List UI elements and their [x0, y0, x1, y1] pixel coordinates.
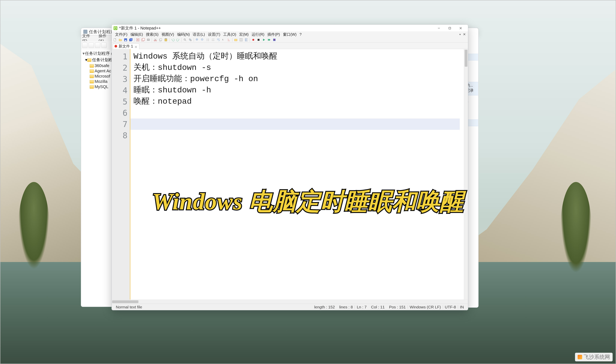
paste-icon[interactable] — [164, 38, 168, 42]
menu-run[interactable]: 运行(R) — [250, 32, 266, 37]
menu-file[interactable]: 文件(F) — [114, 32, 129, 37]
task-scheduler-toolbar — [81, 41, 111, 50]
ts-forward-button[interactable] — [89, 43, 94, 48]
code-line: 唤醒：notepad — [134, 96, 464, 107]
open-file-icon[interactable] — [118, 38, 123, 42]
menu-encoding[interactable]: 编码(N) — [176, 32, 192, 37]
ts-tree-item[interactable]: Microsof — [81, 74, 111, 79]
ts-tree-item[interactable]: Mozilla — [81, 79, 111, 84]
folder-icon — [90, 85, 94, 89]
ts-up-button[interactable] — [95, 43, 100, 48]
svg-rect-14 — [160, 39, 162, 40]
svg-point-11 — [154, 40, 155, 41]
svg-point-19 — [190, 40, 192, 41]
scrollbar-thumb[interactable] — [112, 300, 138, 303]
npp-menubar[interactable]: 文件(F) 编辑(E) 搜索(S) 视图(V) 编码(N) 语言(L) 设置(T… — [112, 32, 468, 37]
folder-icon — [90, 69, 94, 73]
unsaved-dot-icon — [114, 45, 117, 48]
svg-rect-0 — [449, 27, 451, 29]
vertical-scrollbar[interactable] — [464, 49, 468, 299]
menu-macro[interactable]: 宏(M) — [238, 32, 250, 37]
wordwrap-icon[interactable] — [216, 38, 220, 42]
minimize-button[interactable] — [433, 25, 444, 31]
doc-map-icon[interactable] — [244, 38, 248, 42]
ts-back-button[interactable] — [82, 43, 87, 48]
menubar-overflow-icon[interactable]: ▾ — [458, 33, 462, 36]
status-insert-mode: IN — [458, 305, 466, 309]
task-scheduler-tree[interactable]: ▾任务计划程序 (本 ▾任务计划程序 360safe Agent Ac Micr… — [81, 50, 111, 307]
sync-vscroll-icon[interactable] — [205, 38, 210, 42]
find-icon[interactable] — [183, 38, 187, 42]
task-scheduler-menubar[interactable]: 文件(F) 操作(A) — [81, 35, 111, 41]
undo-icon[interactable] — [171, 38, 175, 42]
save-macro-icon[interactable] — [272, 38, 277, 42]
ts-tree-item[interactable]: 360safe — [81, 63, 111, 68]
maximize-button[interactable] — [444, 25, 455, 31]
svg-rect-8 — [142, 38, 145, 40]
ts-tree-library[interactable]: ▾任务计划程序 — [81, 57, 111, 63]
svg-rect-3 — [125, 40, 126, 41]
tab-close-icon[interactable] — [135, 45, 137, 48]
npp-toolbar[interactable]: ¶ — [112, 37, 468, 43]
copy-icon[interactable] — [158, 38, 163, 42]
horizontal-scrollbar[interactable] — [112, 300, 464, 304]
menu-language[interactable]: 语言(L) — [191, 32, 206, 37]
menu-tools[interactable]: 工具(O) — [222, 32, 238, 37]
code-line: 睡眠：shutdown -h — [134, 85, 464, 96]
close-icon[interactable] — [136, 38, 140, 42]
svg-point-12 — [155, 40, 157, 41]
close-button[interactable] — [455, 25, 466, 31]
ts-tree-root[interactable]: ▾任务计划程序 (本 — [81, 50, 111, 57]
function-list-icon[interactable] — [239, 38, 243, 42]
folder-icon — [90, 64, 94, 68]
svg-rect-10 — [148, 39, 149, 39]
scrollbar-thumb[interactable] — [465, 50, 467, 67]
menu-window[interactable]: 窗口(W) — [282, 32, 298, 37]
indent-guide-icon[interactable] — [227, 38, 231, 42]
stop-macro-icon[interactable] — [256, 38, 261, 42]
zoom-out-icon[interactable] — [200, 38, 205, 42]
code-area[interactable]: Windows 系统自动（定时）睡眠和唤醒 关机：shutdown -s 开启睡… — [130, 49, 464, 299]
play-macro-icon[interactable] — [261, 38, 266, 42]
menu-search[interactable]: 搜索(S) — [144, 32, 160, 37]
notepadpp-window[interactable]: *新文件 1 - Notepad++ 文件(F) 编辑(E) 搜索(S) 视图(… — [111, 25, 468, 310]
menu-view[interactable]: 视图(V) — [160, 32, 176, 37]
cut-icon[interactable] — [153, 38, 158, 42]
current-line-highlight — [131, 118, 460, 130]
ts-refresh-button[interactable] — [101, 43, 107, 48]
show-all-chars-icon[interactable]: ¶ — [221, 38, 226, 42]
npp-tabbar[interactable]: 新文件 1 — [112, 43, 468, 49]
ts-tree-item[interactable]: MySQL — [81, 84, 111, 89]
redo-icon[interactable] — [176, 38, 180, 42]
menubar-close-doc-icon[interactable]: ✕ — [462, 32, 467, 37]
video-caption-overlay: Windows 电脑定时睡眠和唤醒 — [152, 186, 464, 218]
folder-as-workspace-icon[interactable] — [233, 38, 238, 42]
task-scheduler-right-edge — [468, 28, 479, 308]
close-all-icon[interactable] — [141, 38, 145, 42]
status-filetype: Normal text file — [114, 305, 144, 309]
svg-point-27 — [252, 39, 254, 41]
new-file-icon[interactable] — [113, 38, 117, 42]
ts-tree-item[interactable]: Agent Ac — [81, 68, 111, 74]
npp-titlebar[interactable]: *新文件 1 - Notepad++ — [112, 25, 468, 32]
save-icon[interactable] — [123, 38, 128, 42]
folder-icon — [87, 58, 91, 62]
svg-point-18 — [189, 39, 190, 40]
zoom-in-icon[interactable] — [195, 38, 200, 42]
menu-plugins[interactable]: 插件(P) — [266, 32, 282, 37]
save-all-icon[interactable] — [129, 38, 133, 42]
print-icon[interactable] — [146, 38, 151, 42]
menu-edit[interactable]: 编辑(E) — [129, 32, 145, 37]
watermark-icon — [578, 355, 582, 359]
menu-help[interactable]: ? — [298, 32, 303, 37]
svg-point-30 — [274, 39, 275, 40]
npp-editor[interactable]: 1234 5678 Windows 系统自动（定时）睡眠和唤醒 关机：shutd… — [112, 49, 468, 299]
replace-icon[interactable] — [188, 38, 192, 42]
watermark-text: 飞沙系统网 — [584, 353, 610, 361]
svg-rect-25 — [245, 39, 246, 41]
play-multi-macro-icon[interactable] — [267, 38, 271, 42]
record-macro-icon[interactable] — [251, 38, 256, 42]
npp-tab-active[interactable]: 新文件 1 — [113, 43, 139, 49]
menu-settings[interactable]: 设置(T) — [206, 32, 222, 37]
sync-hscroll-icon[interactable] — [211, 38, 215, 42]
